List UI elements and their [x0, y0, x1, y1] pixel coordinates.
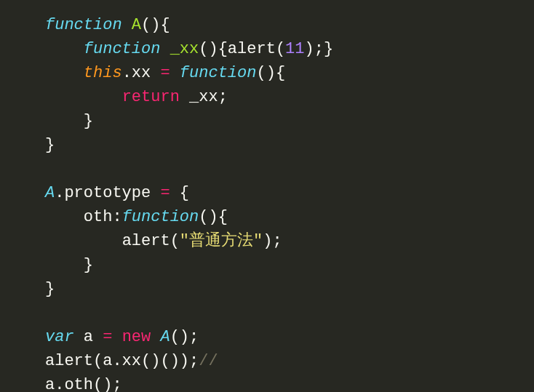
keyword-function: function	[45, 16, 122, 34]
code-line	[45, 157, 534, 181]
space	[122, 16, 132, 34]
code-line: function _xx(){alert(11);}	[45, 37, 534, 61]
code-line: this.xx = function(){	[45, 61, 534, 85]
call-args: (a.xx()());	[93, 352, 199, 370]
brace-open: {	[180, 184, 189, 202]
keyword-var: var	[45, 328, 74, 346]
space	[180, 88, 189, 106]
property-key: oth	[84, 208, 113, 226]
keyword-function: function	[84, 40, 161, 58]
colon: :	[112, 208, 121, 226]
brace-close: }	[84, 112, 93, 130]
parens: ()	[199, 40, 218, 58]
lparen: (	[170, 232, 180, 250]
space	[170, 64, 180, 82]
code-line: }	[45, 277, 534, 301]
brace-close: }	[324, 40, 333, 58]
statement: a.oth();	[45, 376, 122, 392]
keyword-this: this	[84, 64, 122, 82]
call-name: alert	[45, 352, 93, 370]
call-name: alert	[122, 232, 170, 250]
code-line: return _xx;	[45, 85, 534, 109]
code-line: }	[45, 253, 534, 277]
operator-assign: =	[160, 184, 170, 202]
operator-assign: =	[103, 328, 112, 346]
function-name: _xx	[170, 40, 199, 58]
code-line	[45, 301, 534, 325]
string-literal: "普通方法"	[180, 232, 263, 250]
class-name: A	[160, 328, 170, 346]
call-name: alert	[228, 40, 276, 58]
parens-semicolon: ();	[170, 328, 199, 346]
keyword-new: new	[122, 328, 151, 346]
keyword-function: function	[180, 64, 257, 82]
brace-close: }	[84, 256, 93, 274]
rparen-semicolon: );	[304, 40, 323, 58]
parens: ()	[256, 64, 275, 82]
space	[170, 184, 180, 202]
space	[112, 328, 121, 346]
class-name: A	[45, 184, 55, 202]
rparen-semicolon: );	[263, 232, 282, 250]
brace-open: {	[218, 208, 228, 226]
code-line: alert(a.xx()());//	[45, 349, 534, 373]
operator-assign: =	[160, 64, 170, 82]
code-line: alert("普通方法");	[45, 229, 534, 253]
brace-open: {	[160, 16, 170, 34]
code-line: }	[45, 133, 534, 157]
identifier: a	[74, 328, 103, 346]
code-line: a.oth();	[45, 373, 534, 392]
brace-close: }	[45, 136, 55, 154]
space	[160, 40, 170, 58]
member-access: .xx	[122, 64, 161, 82]
function-name: A	[132, 16, 141, 34]
code-line: function A(){	[45, 13, 534, 37]
keyword-function: function	[122, 208, 199, 226]
code-line: oth:function(){	[45, 205, 534, 229]
brace-open: {	[276, 64, 285, 82]
code-line: }	[45, 109, 534, 133]
parens: ()	[141, 16, 160, 34]
code-block: function A(){ function _xx(){alert(11);}…	[0, 13, 534, 392]
identifier: _xx;	[189, 88, 228, 106]
keyword-return: return	[122, 88, 180, 106]
member-access: .prototype	[55, 184, 160, 202]
lparen: (	[276, 40, 285, 58]
parens: ()	[199, 208, 218, 226]
number-literal: 11	[285, 40, 304, 58]
brace-close: }	[45, 280, 55, 298]
code-line: A.prototype = {	[45, 181, 534, 205]
brace-open: {	[218, 40, 228, 58]
code-line: var a = new A();	[45, 325, 534, 349]
space	[151, 328, 160, 346]
comment: //	[199, 352, 218, 370]
